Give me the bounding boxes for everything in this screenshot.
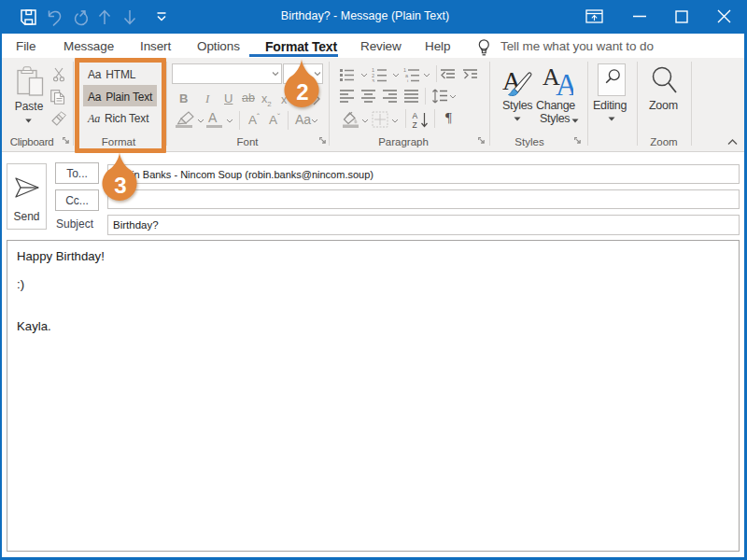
svg-text:A: A <box>413 111 418 120</box>
svg-text:A: A <box>556 68 573 97</box>
svg-text:Z: Z <box>413 120 417 129</box>
svg-text:3: 3 <box>372 78 374 83</box>
svg-text:i: i <box>407 78 408 83</box>
